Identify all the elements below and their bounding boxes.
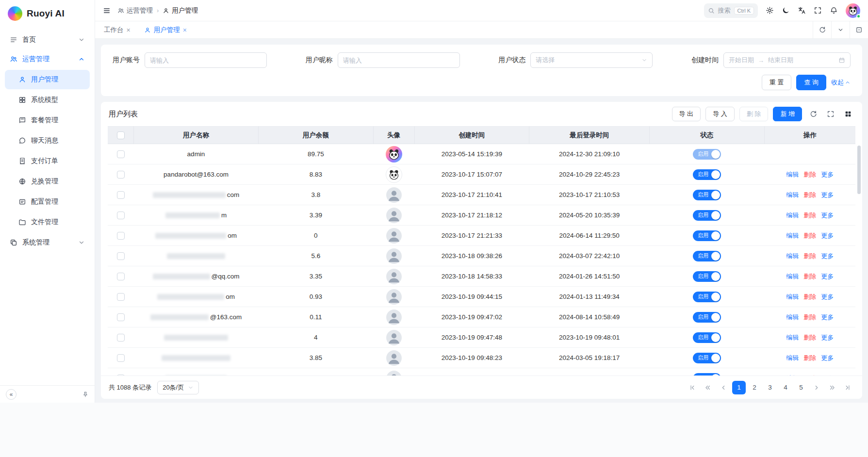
sidebar-subitem-4[interactable]: 聊天消息 [5,131,90,150]
collapse-filter-link[interactable]: 收起 [831,78,851,87]
more-link[interactable]: 更多 [821,293,834,300]
sidebar-item-home[interactable]: 首页 [5,30,90,49]
column-settings-grid-icon[interactable] [842,108,854,120]
nickname-input[interactable] [338,52,460,68]
more-link[interactable]: 更多 [821,212,834,219]
delete-link[interactable]: 删除 [803,232,816,239]
more-link[interactable]: 更多 [821,375,834,376]
delete-link[interactable]: 删除 [803,293,816,300]
page-5-button[interactable]: 5 [794,381,808,394]
status-switch[interactable]: 启用 [693,230,721,241]
gear-icon[interactable] [766,6,774,15]
row-checkbox[interactable] [117,313,125,321]
more-link[interactable]: 更多 [821,273,834,280]
refresh-icon[interactable] [807,108,819,120]
translate-icon[interactable] [798,6,806,15]
sidebar-collapse-button[interactable]: « [6,389,16,400]
sidebar-subitem-6[interactable]: 兑换管理 [5,172,90,191]
user-avatar[interactable] [846,3,860,18]
next-page-button[interactable] [810,381,823,394]
row-checkbox[interactable] [117,354,125,362]
prev-page-button[interactable] [717,381,730,394]
last-page-button[interactable] [841,381,854,394]
delete-link[interactable]: 删除 [803,313,816,321]
first-page-button[interactable] [686,381,699,394]
select-all-checkbox[interactable] [117,131,125,139]
delete-link[interactable]: 删除 [803,212,816,219]
edit-link[interactable]: 编辑 [786,375,799,376]
breadcrumb-user-management[interactable]: 用户管理 [163,6,198,15]
sidebar-subitem-5[interactable]: 支付订单 [5,151,90,171]
status-switch[interactable]: 启用 [693,169,721,180]
row-checkbox[interactable] [117,212,125,219]
bell-icon[interactable] [830,6,838,15]
sidebar-item-operations[interactable]: 运营管理 [5,49,90,69]
page-1-button[interactable]: 1 [732,381,746,394]
edit-link[interactable]: 编辑 [786,273,799,280]
refresh-icon[interactable] [813,21,831,38]
status-switch[interactable]: 启用 [693,353,721,363]
delete-link[interactable]: 删除 [803,191,816,198]
global-search[interactable]: 搜索 Ctrl K [704,3,758,18]
chevron-down-icon[interactable] [831,21,850,38]
sidebar-subitem-1[interactable]: 用户管理 [5,70,90,89]
row-checkbox[interactable] [117,252,125,260]
row-checkbox[interactable] [117,273,125,280]
export-button[interactable]: 导 出 [672,107,701,121]
hamburger-menu-icon[interactable] [103,7,111,15]
next-group-button[interactable] [825,381,839,394]
page-3-button[interactable]: 3 [763,381,777,394]
more-link[interactable]: 更多 [821,313,834,321]
edit-link[interactable]: 编辑 [786,293,799,300]
status-switch[interactable]: 启用 [693,373,721,376]
import-button[interactable]: 导 入 [705,107,735,121]
edit-link[interactable]: 编辑 [786,232,799,239]
query-button[interactable]: 查 询 [796,75,826,90]
fullscreen-icon[interactable] [824,108,837,120]
more-link[interactable]: 更多 [821,252,834,260]
delete-link[interactable]: 删除 [803,354,816,361]
edit-link[interactable]: 编辑 [786,313,799,321]
delete-link[interactable]: 删除 [803,252,816,260]
app-logo[interactable]: Ruoyi AI [0,0,95,27]
sidebar-subitem-8[interactable]: 文件管理 [5,212,90,232]
status-switch[interactable]: 启用 [693,332,721,343]
row-checkbox[interactable] [117,191,125,199]
row-checkbox[interactable] [117,171,125,179]
moon-icon[interactable] [782,6,790,15]
close-icon[interactable]: × [127,27,131,33]
page-size-select[interactable]: 20条/页 [157,381,199,394]
status-switch[interactable]: 启用 [693,251,721,261]
edit-link[interactable]: 编辑 [786,171,799,178]
sidebar-subitem-3[interactable]: 套餐管理 [5,111,90,130]
prev-group-button[interactable] [701,381,715,394]
status-switch[interactable]: 启用 [693,210,721,221]
more-link[interactable]: 更多 [821,354,834,361]
tab-user-management[interactable]: 用户管理 × [144,26,187,34]
delete-link[interactable]: 删除 [803,273,816,280]
fullscreen-icon[interactable] [814,6,822,15]
more-link[interactable]: 更多 [821,232,834,239]
pin-icon[interactable] [82,391,89,398]
status-select[interactable]: 请选择 [530,52,653,68]
edit-link[interactable]: 编辑 [786,354,799,361]
status-switch[interactable]: 启用 [693,149,721,160]
tab-workbench[interactable]: 工作台 × [104,26,131,34]
more-link[interactable]: 更多 [821,334,834,341]
edit-link[interactable]: 编辑 [786,252,799,260]
reset-button[interactable]: 重 置 [762,75,792,90]
account-input[interactable] [145,52,267,68]
status-switch[interactable]: 启用 [693,271,721,282]
status-switch[interactable]: 启用 [693,292,721,302]
row-checkbox[interactable] [117,293,125,301]
sidebar-item-system[interactable]: 系统管理 [5,233,90,252]
row-checkbox[interactable] [117,334,125,342]
delete-link[interactable]: 删除 [803,375,816,376]
more-link[interactable]: 更多 [821,191,834,198]
delete-button[interactable]: 删 除 [739,107,769,121]
edit-link[interactable]: 编辑 [786,334,799,341]
add-button[interactable]: 新 增 [773,107,802,121]
table-scrollbar[interactable] [857,146,861,194]
expand-icon[interactable] [850,21,868,38]
more-link[interactable]: 更多 [821,171,834,178]
